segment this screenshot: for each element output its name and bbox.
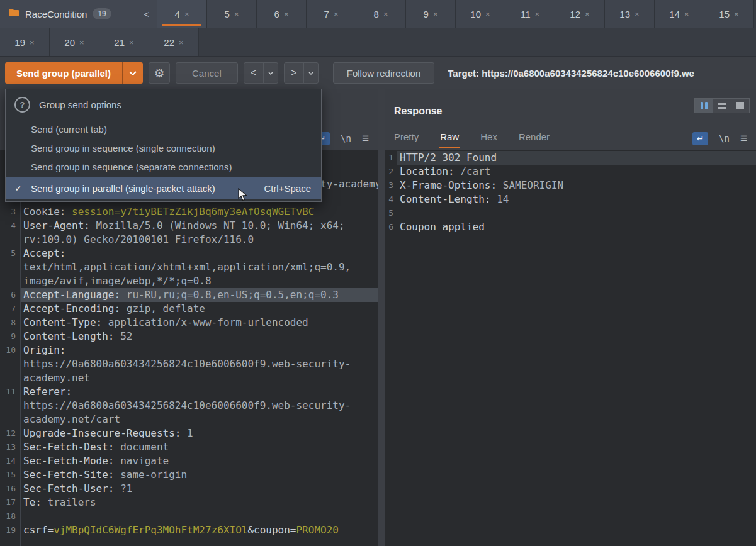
menu-item-send-group-in-parallel-single-packet-attack[interactable]: ✓Send group in parallel (single-packet a…: [6, 177, 321, 199]
tab-close-icon[interactable]: ×: [485, 9, 490, 19]
tab-close-icon[interactable]: ×: [234, 9, 239, 19]
show-newlines-toggle[interactable]: \n: [341, 133, 351, 143]
code-line[interactable]: text/html,application/xhtml+xml,applicat…: [0, 260, 378, 274]
code-line[interactable]: 14Sec-Fetch-Mode: navigate: [0, 454, 378, 468]
response-view-tab-pretty[interactable]: Pretty: [394, 127, 419, 150]
code-line[interactable]: academy.net: [0, 371, 378, 385]
code-line[interactable]: 5Accept:: [0, 247, 378, 260]
code-line[interactable]: 3Cookie: session=y7tiyBETzZikjBq6my3eAfO…: [0, 205, 378, 219]
tab-close-icon[interactable]: ×: [534, 9, 539, 19]
tab-close-icon[interactable]: ×: [129, 38, 134, 47]
show-newlines-toggle[interactable]: \n: [719, 133, 730, 143]
repeater-tab-21[interactable]: 21×: [99, 28, 149, 56]
repeater-tab-12[interactable]: 12×: [555, 0, 605, 28]
repeater-tab-5[interactable]: 5×: [207, 0, 257, 28]
code-line[interactable]: 15Sec-Fetch-Site: same-origin: [0, 468, 378, 482]
menu-item-send-group-in-sequence-single-connection[interactable]: Send group in sequence (single connectio…: [6, 138, 321, 157]
editor-menu-icon[interactable]: ≡: [740, 131, 747, 145]
tab-close-icon[interactable]: ×: [30, 38, 35, 47]
help-icon[interactable]: ?: [14, 97, 30, 113]
response-view-tab-hex[interactable]: Hex: [480, 127, 497, 150]
tab-close-icon[interactable]: ×: [383, 9, 388, 19]
repeater-tab-8[interactable]: 8×: [356, 0, 406, 28]
send-group-options-caret[interactable]: [122, 62, 143, 84]
repeater-tab-6[interactable]: 6×: [257, 0, 307, 28]
tab-close-icon[interactable]: ×: [179, 38, 184, 47]
previous-response-split-button[interactable]: <: [244, 62, 278, 84]
code-line[interactable]: 4Content-Length: 14: [385, 192, 756, 206]
code-line[interactable]: 11Referer:: [0, 385, 378, 399]
layout-columns-button[interactable]: [694, 98, 713, 113]
tabs-scroll-left-button[interactable]: <: [144, 9, 149, 20]
folder-icon: [8, 8, 20, 20]
menu-item-send-group-in-sequence-separate-connections[interactable]: Send group in sequence (separate connect…: [6, 157, 321, 176]
tab-group-racecondition[interactable]: RaceCondition 19 <: [0, 0, 157, 28]
target-url-label[interactable]: Target: https://0a6800a603434256824c10e6…: [448, 68, 756, 79]
tab-close-icon[interactable]: ×: [734, 9, 739, 19]
layout-rows-button[interactable]: [713, 98, 731, 113]
code-line[interactable]: 13Sec-Fetch-Dest: document: [0, 440, 378, 454]
repeater-tab-7[interactable]: 7×: [307, 0, 356, 28]
code-line[interactable]: 18: [0, 510, 378, 523]
tab-close-icon[interactable]: ×: [79, 38, 84, 47]
settings-gear-button[interactable]: ⚙: [149, 62, 170, 84]
response-editor[interactable]: 1HTTP/2 302 Found2Location: /cart3X-Fram…: [385, 150, 756, 546]
follow-redirection-button[interactable]: Follow redirection: [333, 62, 435, 84]
code-line[interactable]: 6Accept-Language: ru-RU,ru;q=0.8,en-US;q…: [0, 288, 378, 302]
group-send-options-title: Group send options: [39, 99, 121, 110]
code-line[interactable]: image/avif,image/webp,*/*;q=0.8: [0, 274, 378, 288]
repeater-tab-11[interactable]: 11×: [505, 0, 555, 28]
code-line[interactable]: 4User-Agent: Mozilla/5.0 (Windows NT 10.…: [0, 219, 378, 233]
code-text: image/avif,image/webp,*/*;q=0.8: [20, 274, 378, 288]
next-response-button[interactable]: >: [285, 67, 303, 79]
send-group-button[interactable]: Send group (parallel): [5, 62, 143, 84]
soft-wrap-toggle-icon[interactable]: ↵: [692, 132, 708, 145]
repeater-tab-13[interactable]: 13×: [605, 0, 655, 28]
tab-close-icon[interactable]: ×: [334, 9, 339, 19]
code-line[interactable]: 1HTTP/2 302 Found: [385, 151, 756, 165]
menu-item-send-current-tab[interactable]: Send (current tab): [6, 120, 321, 138]
previous-response-caret[interactable]: [263, 62, 278, 84]
panel-splitter[interactable]: [378, 89, 385, 546]
repeater-tab-14[interactable]: 14×: [655, 0, 704, 28]
repeater-tab-9[interactable]: 9×: [406, 0, 456, 28]
previous-response-button[interactable]: <: [244, 67, 263, 79]
code-line[interactable]: rv:109.0) Gecko/20100101 Firefox/116.0: [0, 233, 378, 247]
repeater-tab-4[interactable]: 4×: [157, 0, 207, 28]
code-line[interactable]: 6Coupon applied: [385, 220, 756, 234]
tab-close-icon[interactable]: ×: [684, 9, 689, 19]
editor-menu-icon[interactable]: ≡: [362, 131, 369, 145]
tab-close-icon[interactable]: ×: [635, 9, 640, 19]
repeater-tab-10[interactable]: 10×: [456, 0, 505, 28]
code-line[interactable]: academy.net/cart: [0, 413, 378, 426]
tab-close-icon[interactable]: ×: [184, 9, 189, 19]
code-line[interactable]: 8Content-Type: application/x-www-form-ur…: [0, 316, 378, 330]
request-editor[interactable]: 12Host: 0a6800a603434256824c10e6006600f9…: [0, 150, 378, 546]
response-view-tab-render[interactable]: Render: [519, 127, 550, 150]
repeater-tab-20[interactable]: 20×: [50, 28, 99, 56]
cancel-button[interactable]: Cancel: [176, 62, 238, 84]
code-line[interactable]: 17Te: trailers: [0, 496, 378, 510]
repeater-tab-19[interactable]: 19×: [0, 28, 50, 56]
next-response-split-button[interactable]: >: [284, 62, 319, 84]
code-line[interactable]: 9Content-Length: 52: [0, 330, 378, 343]
code-line[interactable]: 12Upgrade-Insecure-Requests: 1: [0, 426, 378, 440]
next-response-caret[interactable]: [303, 62, 318, 84]
repeater-tab-22[interactable]: 22×: [149, 28, 199, 56]
tab-close-icon[interactable]: ×: [585, 9, 590, 19]
response-view-tab-raw[interactable]: Raw: [440, 127, 459, 150]
code-line[interactable]: 2Location: /cart: [385, 165, 756, 179]
code-line[interactable]: https://0a6800a603434256824c10e6006600f9…: [0, 357, 378, 371]
code-line[interactable]: https://0a6800a603434256824c10e6006600f9…: [0, 399, 378, 413]
repeater-tab-15[interactable]: 15×: [704, 0, 754, 28]
code-line[interactable]: 19csrf=vjMBpQIdC6WgfErPq3MOhFtM27z6XIOl&…: [0, 523, 378, 537]
code-line[interactable]: 16Sec-Fetch-User: ?1: [0, 482, 378, 496]
code-line[interactable]: 10Origin:: [0, 343, 378, 357]
layout-single-button[interactable]: [731, 98, 750, 113]
code-line[interactable]: 3X-Frame-Options: SAMEORIGIN: [385, 179, 756, 192]
code-line[interactable]: 5: [385, 206, 756, 220]
menu-item-label: Send group in sequence (separate connect…: [31, 162, 232, 172]
tab-close-icon[interactable]: ×: [433, 9, 438, 19]
code-line[interactable]: 7Accept-Encoding: gzip, deflate: [0, 302, 378, 316]
tab-close-icon[interactable]: ×: [284, 9, 289, 19]
